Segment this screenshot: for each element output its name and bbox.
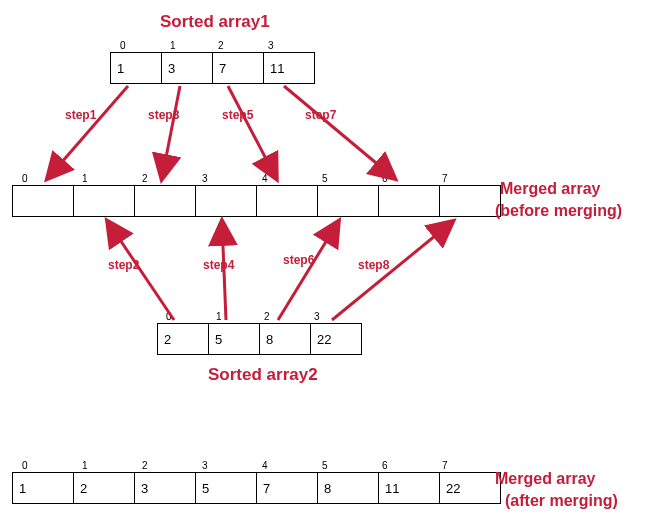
array1-cell-2: 7 xyxy=(213,53,264,84)
merged-after-cell-0: 1 xyxy=(13,473,74,504)
merged-after-idx-6: 6 xyxy=(382,460,388,471)
merged-after-idx-2: 2 xyxy=(142,460,148,471)
title-array2: Sorted array2 xyxy=(208,365,318,385)
array1-idx-2: 2 xyxy=(218,40,224,51)
merged-before-cell-2 xyxy=(135,186,196,217)
step3-label: step3 xyxy=(148,108,179,122)
merged-after-cell-6: 11 xyxy=(379,473,440,504)
step8-label: step8 xyxy=(358,258,389,272)
merged-after-label-1: Merged array xyxy=(495,470,596,488)
merged-before-label-2: (before merging) xyxy=(495,202,622,220)
merged-before-idx-5: 5 xyxy=(322,173,328,184)
array1-idx-3: 3 xyxy=(268,40,274,51)
merged-after-idx-0: 0 xyxy=(22,460,28,471)
merged-before-cell-0 xyxy=(13,186,74,217)
array2-idx-2: 2 xyxy=(264,311,270,322)
svg-line-7 xyxy=(332,222,452,320)
svg-line-2 xyxy=(228,86,276,178)
merged-after-cell-5: 8 xyxy=(318,473,379,504)
merged-before-table xyxy=(12,185,501,217)
step1-label: step1 xyxy=(65,108,96,122)
array1-table: 1 3 7 11 xyxy=(110,52,315,84)
merged-after-idx-4: 4 xyxy=(262,460,268,471)
array2-table: 2 5 8 22 xyxy=(157,323,362,355)
svg-line-3 xyxy=(284,86,394,178)
merged-before-idx-1: 1 xyxy=(82,173,88,184)
merged-before-cell-4 xyxy=(257,186,318,217)
merged-before-idx-4: 4 xyxy=(262,173,268,184)
merged-after-idx-7: 7 xyxy=(442,460,448,471)
array1-cell-1: 3 xyxy=(162,53,213,84)
merged-before-idx-2: 2 xyxy=(142,173,148,184)
array2-idx-0: 0 xyxy=(166,311,172,322)
svg-line-6 xyxy=(278,222,338,320)
merged-before-label-1: Merged array xyxy=(500,180,601,198)
merged-after-cell-1: 2 xyxy=(74,473,135,504)
step5-label: step5 xyxy=(222,108,253,122)
merged-before-cell-1 xyxy=(74,186,135,217)
svg-line-0 xyxy=(48,86,128,178)
array2-cell-1: 5 xyxy=(209,324,260,355)
array2-cell-3: 22 xyxy=(311,324,362,355)
merged-after-table: 1 2 3 5 7 8 11 22 xyxy=(12,472,501,504)
merged-after-cell-3: 5 xyxy=(196,473,257,504)
array1-idx-0: 0 xyxy=(120,40,126,51)
array1-cell-0: 1 xyxy=(111,53,162,84)
array2-cell-2: 8 xyxy=(260,324,311,355)
merged-after-cell-4: 7 xyxy=(257,473,318,504)
merged-after-idx-5: 5 xyxy=(322,460,328,471)
merged-after-idx-1: 1 xyxy=(82,460,88,471)
array1-idx-1: 1 xyxy=(170,40,176,51)
merged-after-cell-2: 3 xyxy=(135,473,196,504)
merged-before-cell-3 xyxy=(196,186,257,217)
merged-before-cell-5 xyxy=(318,186,379,217)
merged-before-idx-0: 0 xyxy=(22,173,28,184)
array2-cell-0: 2 xyxy=(158,324,209,355)
merged-before-idx-6: 6 xyxy=(382,173,388,184)
svg-line-1 xyxy=(162,86,180,178)
array1-cell-3: 11 xyxy=(264,53,315,84)
step4-label: step4 xyxy=(203,258,234,272)
merged-before-cell-7 xyxy=(440,186,501,217)
array2-idx-1: 1 xyxy=(216,311,222,322)
array2-idx-3: 3 xyxy=(314,311,320,322)
merged-after-idx-3: 3 xyxy=(202,460,208,471)
merged-after-cell-7: 22 xyxy=(440,473,501,504)
step6-label: step6 xyxy=(283,253,314,267)
merged-before-idx-7: 7 xyxy=(442,173,448,184)
step2-label: step2 xyxy=(108,258,139,272)
title-array1: Sorted array1 xyxy=(160,12,270,32)
step7-label: step7 xyxy=(305,108,336,122)
merged-before-cell-6 xyxy=(379,186,440,217)
merged-before-idx-3: 3 xyxy=(202,173,208,184)
merged-after-label-2: (after merging) xyxy=(505,492,618,510)
